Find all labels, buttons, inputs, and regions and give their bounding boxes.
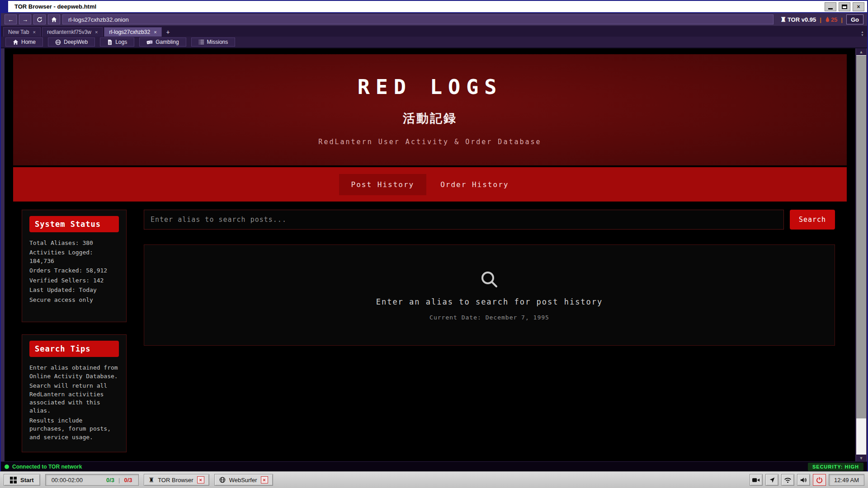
- tab-new-tab[interactable]: New Tab ×: [3, 27, 41, 37]
- window-controls: ×: [825, 2, 864, 11]
- camera-button[interactable]: [750, 474, 763, 486]
- system-status-header: System Status: [29, 216, 119, 232]
- title-bar: TOR Browser - deepweb.html ×: [1, 1, 867, 13]
- results-panel: Enter an alias to search for post histor…: [144, 244, 835, 346]
- power-button[interactable]: [813, 474, 826, 486]
- navigation-arrow-icon: [769, 477, 775, 483]
- tor-version-indicator: ♜TOR v0.95: [780, 16, 816, 23]
- bookmark-deepweb[interactable]: DeepWeb: [48, 38, 95, 47]
- video-camera-icon: [752, 477, 760, 483]
- stat-verified-sellers: Verified Sellers: 142: [29, 277, 119, 285]
- minimize-icon: [828, 8, 833, 9]
- location-button[interactable]: [765, 474, 778, 486]
- wifi-button[interactable]: [781, 474, 794, 486]
- tab-close-icon[interactable]: ×: [95, 29, 98, 35]
- windows-logo-icon: [10, 477, 17, 483]
- navigation-bar: ← → rl-logs27cxhzb32.onion ♜TOR v0.95 | …: [1, 13, 867, 26]
- time-range: 00:00-02:00: [52, 477, 83, 483]
- status-bar: Connected to TOR network SECURITY: HIGH: [1, 461, 867, 471]
- close-app-button[interactable]: ×: [261, 476, 268, 483]
- tor-version-label: TOR v0.95: [788, 16, 816, 23]
- taskbar-app-tor-browser[interactable]: ♜ TOR Browser ×: [144, 474, 209, 486]
- tab-close-icon[interactable]: ×: [154, 29, 156, 35]
- bookmarks-bar: Home DeepWeb Logs Gambling Missions: [1, 37, 867, 48]
- bookmark-missions[interactable]: Missions: [191, 38, 236, 47]
- navbar-right-cluster: ♜TOR v0.95 | 25 | Go: [780, 14, 863, 24]
- tab-label: redlanternkf75v3w: [47, 29, 91, 35]
- tab-rl-logs-active[interactable]: rl-logs27cxhzb32 ×: [104, 27, 161, 37]
- forward-button[interactable]: →: [19, 14, 31, 24]
- tab-redlantern[interactable]: redlanternkf75v3w ×: [42, 27, 103, 37]
- taskbar-clock: 12:49 AM: [829, 474, 864, 486]
- tab-label: New Tab: [8, 29, 29, 35]
- divider: |: [841, 16, 843, 23]
- tip-line: Search will return all RedLantern activi…: [29, 382, 119, 415]
- home-button[interactable]: [48, 14, 60, 24]
- close-app-button[interactable]: ×: [197, 476, 204, 483]
- minimize-button[interactable]: [825, 2, 836, 11]
- home-icon: [51, 17, 57, 23]
- stat-total-aliases: Total Aliases: 380: [29, 239, 119, 247]
- url-bar[interactable]: rl-logs27cxhzb32.onion: [62, 14, 774, 24]
- scrollbar-up-button[interactable]: ▲: [856, 48, 866, 55]
- score-separator: |: [118, 477, 120, 483]
- close-button[interactable]: ×: [853, 2, 864, 11]
- maximize-button[interactable]: [839, 2, 850, 11]
- alias-search-input[interactable]: [144, 210, 784, 230]
- volume-button[interactable]: [797, 474, 810, 486]
- stat-secure-access: Secure access only: [29, 296, 119, 304]
- app-label: TOR Browser: [158, 477, 193, 483]
- system-status-panel: System Status Total Aliases: 380 Activit…: [22, 210, 127, 322]
- bookmark-logs[interactable]: Logs: [100, 38, 134, 47]
- tip-line: Results include purchases, forum posts, …: [29, 417, 119, 441]
- screen: TOR Browser - deepweb.html × ← → rl-logs…: [0, 0, 868, 488]
- start-button[interactable]: Start: [4, 474, 40, 486]
- results-empty-message: Enter an alias to search for post histor…: [376, 297, 603, 306]
- taskbar-app-websurfer[interactable]: WebSurfer ×: [214, 474, 273, 486]
- back-button[interactable]: ←: [5, 14, 17, 24]
- bookmark-gambling[interactable]: Gambling: [139, 38, 186, 47]
- refresh-button[interactable]: [33, 14, 46, 24]
- start-label: Start: [20, 477, 34, 483]
- bookmark-home[interactable]: Home: [5, 38, 43, 47]
- page-scrollbar[interactable]: ▲ ▼: [856, 48, 866, 461]
- page-subtitle: RedLantern User Activity & Order Databas…: [318, 138, 541, 146]
- tor-connection-status: Connected to TOR network: [5, 464, 82, 470]
- bookmark-label: Home: [21, 39, 36, 45]
- scrollbar-thumb[interactable]: [856, 56, 866, 418]
- tor-tower-icon: ♜: [780, 16, 786, 23]
- tab-scroll-spinner[interactable]: ▲ ▼: [861, 30, 864, 37]
- bookmark-label: Gambling: [156, 39, 179, 45]
- divider: |: [820, 16, 821, 23]
- sidebar: System Status Total Aliases: 380 Activit…: [22, 210, 127, 452]
- refresh-icon: [37, 17, 42, 23]
- go-button[interactable]: Go: [846, 14, 863, 24]
- tab-order-history[interactable]: Order History: [428, 174, 521, 195]
- dice-icon: [146, 39, 153, 45]
- browser-viewport: RED LOGS 活動記録 RedLantern User Activity &…: [1, 48, 867, 461]
- tab-close-icon[interactable]: ×: [33, 29, 35, 35]
- score-red: 0/3: [124, 477, 132, 483]
- system-status-stats: Total Aliases: 380 Activities Logged: 18…: [29, 239, 119, 304]
- new-tab-button[interactable]: +: [163, 27, 173, 37]
- search-magnifier-icon: [479, 269, 500, 290]
- bookmark-label: Missions: [207, 39, 228, 45]
- document-icon: [107, 39, 113, 45]
- speaker-icon: [800, 477, 807, 483]
- app-label: WebSurfer: [229, 477, 257, 483]
- scrollbar-down-button[interactable]: ▼: [856, 455, 866, 461]
- search-button[interactable]: Search: [790, 210, 835, 230]
- blood-drop-icon: [825, 16, 830, 23]
- main-content: Search Enter an alias to search for post…: [144, 210, 835, 346]
- history-tab-nav: Post History Order History: [13, 167, 847, 202]
- taskbar: Start 00:00-02:00 0/3 | 0/3 ♜ TOR Browse…: [0, 471, 868, 488]
- session-timer-panel: 00:00-02:00 0/3 | 0/3: [45, 474, 139, 486]
- globe-icon: [219, 477, 226, 483]
- bookmark-label: DeepWeb: [64, 39, 88, 45]
- url-text: rl-logs27cxhzb32.onion: [68, 16, 129, 23]
- scrollbar-track[interactable]: [856, 55, 866, 455]
- tip-line: Enter alias obtained from Online Activit…: [29, 364, 119, 380]
- search-tips-header: Search Tips: [29, 341, 119, 357]
- current-date-label: Current Date: December 7, 1995: [429, 314, 549, 321]
- tab-post-history[interactable]: Post History: [339, 174, 427, 195]
